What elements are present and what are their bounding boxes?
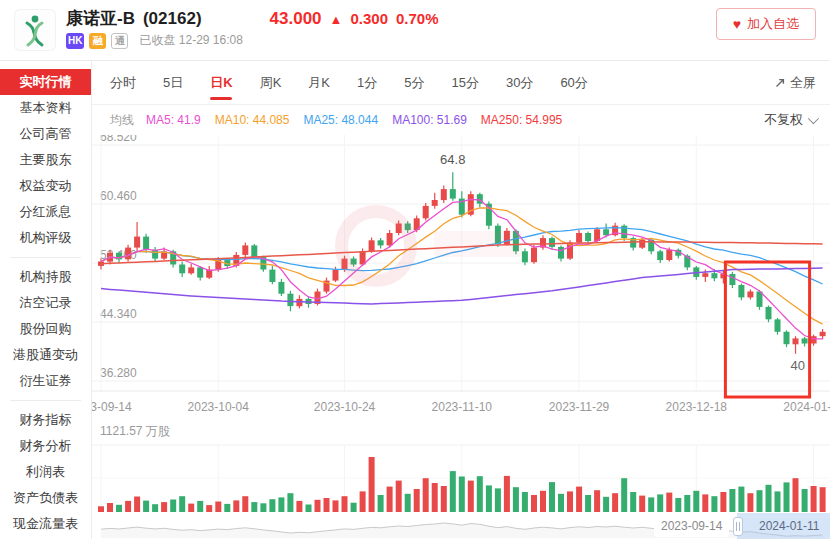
ma-item: MA100: 51.69	[392, 113, 467, 127]
market-status: 已收盘 12-29 16:08	[139, 32, 242, 49]
x-axis-label: 2023-11-29	[549, 400, 610, 414]
ma-item: MA25: 48.044	[303, 113, 378, 127]
stock-quote-page: 康诺亚-B (02162) 43.000 ▲ 0.300 0.70% HK融通 …	[0, 0, 830, 539]
y-axis-label: 36.280	[100, 366, 137, 380]
slider-end-date[interactable]: 2024-01-11	[752, 516, 827, 537]
tab-1分[interactable]: 1分	[357, 62, 377, 104]
tab-分时[interactable]: 分时	[110, 62, 136, 104]
tab-日K[interactable]: 日K	[210, 62, 232, 104]
stock-name: 康诺亚-B	[66, 7, 135, 30]
price-svg: 68.52060.46052.40044.34036.28064.8402023…	[92, 135, 830, 420]
heart-icon: ♥	[733, 16, 741, 32]
add-favorites-label: 加入自选	[747, 15, 799, 33]
sidebar-item[interactable]: 港股通变动	[0, 342, 91, 368]
x-axis-label: 2024-01-11	[783, 400, 830, 414]
sidebar-item[interactable]: 股份回购	[0, 316, 91, 342]
ma-item: MA250: 54.995	[481, 113, 562, 127]
adjust-dropdown[interactable]: 不复权	[764, 111, 816, 129]
market-badge-b2: 融	[89, 33, 106, 49]
main-panel: 分时5日日K周K月K1分5分15分30分60分 全屏 均线 MA5: 41.9M…	[92, 61, 830, 539]
ma-item: MA10: 44.085	[215, 113, 290, 127]
y-axis-label: 44.340	[100, 307, 137, 321]
x-axis-label: 2023-10-04	[188, 400, 250, 414]
sidebar-item[interactable]: 财务分析	[0, 433, 91, 459]
header: 康诺亚-B (02162) 43.000 ▲ 0.300 0.70% HK融通 …	[0, 0, 830, 61]
slider-handle[interactable]	[733, 517, 743, 536]
volume-axis-label: 1121.57 万股	[100, 423, 170, 440]
sidebar-item[interactable]: 基本资料	[0, 95, 91, 121]
ma-item: MA5: 41.9	[146, 113, 201, 127]
sidebar-item[interactable]: 实时行情	[0, 69, 91, 95]
tab-60分[interactable]: 60分	[560, 62, 587, 104]
low-annotation: 40	[791, 358, 805, 373]
sidebar-item[interactable]: 权益变动	[0, 173, 91, 199]
price-change: 0.300	[350, 10, 388, 27]
sidebar-item[interactable]: 主要股东	[0, 147, 91, 173]
tab-月K[interactable]: 月K	[308, 62, 330, 104]
y-axis-label: 60.460	[100, 189, 137, 203]
tab-周K[interactable]: 周K	[260, 62, 282, 104]
tab-5分[interactable]: 5分	[404, 62, 424, 104]
adjust-label: 不复权	[764, 111, 803, 129]
sidebar-item[interactable]: 分红派息	[0, 199, 91, 225]
fullscreen-button[interactable]: 全屏	[774, 74, 816, 92]
candlestick-chart[interactable]: 68.52060.46052.40044.34036.28064.8402023…	[92, 135, 830, 420]
sidebar: 实时行情基本资料公司高管主要股东权益变动分红派息机构评级机构持股沽空记录股份回购…	[0, 61, 92, 539]
slider-start-date[interactable]: 2023-09-14	[654, 516, 729, 537]
x-axis-label: 2023-11-10	[432, 400, 493, 414]
sidebar-item[interactable]: 公司高管	[0, 121, 91, 147]
up-arrow-icon: ▲	[330, 12, 343, 27]
last-price: 43.000	[270, 9, 322, 29]
high-annotation: 64.8	[440, 152, 465, 167]
market-badge-hk: HK	[66, 33, 84, 49]
price-change-percent: 0.70%	[396, 10, 439, 27]
tab-30分[interactable]: 30分	[506, 62, 533, 104]
sidebar-item[interactable]: 现金流量表	[0, 511, 91, 537]
add-favorites-button[interactable]: ♥ 加入自选	[716, 8, 816, 40]
x-axis-label: 2023-12-18	[666, 400, 728, 414]
sidebar-item[interactable]: 利润表	[0, 459, 91, 485]
tab-15分[interactable]: 15分	[451, 62, 478, 104]
stock-code: (02162)	[143, 9, 202, 29]
market-badge-b3: 通	[111, 33, 128, 49]
ma-prefix: 均线	[110, 112, 134, 129]
company-logo-icon	[14, 9, 56, 51]
y-axis-label: 68.520	[100, 135, 137, 144]
sidebar-item[interactable]: 沽空记录	[0, 290, 91, 316]
sidebar-item[interactable]: 财务指标	[0, 407, 91, 433]
fullscreen-label: 全屏	[790, 74, 816, 92]
period-tabs: 分时5日日K周K月K1分5分15分30分60分 全屏	[92, 61, 830, 105]
expand-icon	[774, 77, 786, 89]
tab-5日[interactable]: 5日	[163, 62, 183, 104]
x-axis-label: 2023-09-14	[92, 400, 132, 414]
sidebar-item[interactable]: 机构评级	[0, 225, 91, 251]
sidebar-item[interactable]: 机构持股	[0, 264, 91, 290]
x-axis-label: 2023-10-24	[314, 400, 376, 414]
badge-row: HK融通 已收盘 12-29 16:08	[66, 32, 243, 49]
sidebar-item[interactable]: 资产负债表	[0, 485, 91, 511]
volume-chart[interactable]: 1121.57 万股 2023-09-14 2024-01-11	[92, 420, 830, 539]
sidebar-item[interactable]: 衍生证券	[0, 368, 91, 394]
ma-values: MA5: 41.9MA10: 44.085MA25: 48.044MA100: …	[146, 113, 576, 127]
chevron-down-icon	[808, 113, 819, 124]
sidebar-divider	[10, 257, 81, 258]
sidebar-divider	[10, 400, 81, 401]
ma-legend: 均线 MA5: 41.9MA10: 44.085MA25: 48.044MA10…	[92, 105, 830, 135]
